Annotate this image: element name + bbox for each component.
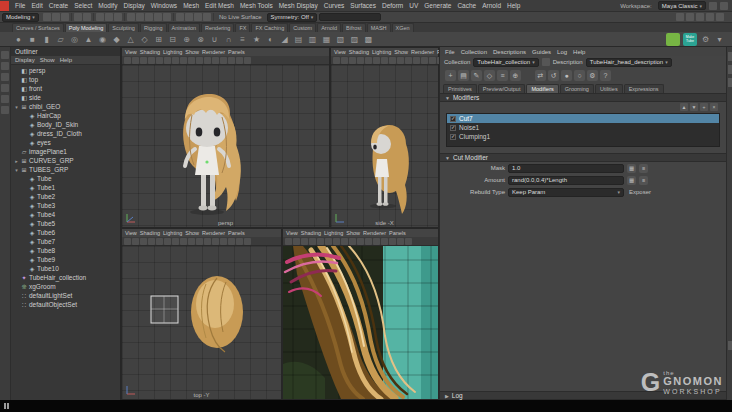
extract-icon[interactable]: ▧ <box>334 33 347 46</box>
menu-select[interactable]: Select <box>71 2 95 9</box>
poly-plane-icon[interactable]: ▱ <box>54 33 67 46</box>
undo-icon[interactable] <box>74 13 82 21</box>
modeling-toolkit-toggle-icon[interactable] <box>676 13 684 21</box>
viewport-closeup[interactable]: ViewShadingLightingShowRendererPanels <box>282 228 439 400</box>
expression-button[interactable]: ≡ <box>639 164 648 173</box>
outliner-item-tube7[interactable]: ◈Tube7 <box>11 237 120 246</box>
outliner-item-tube2[interactable]: ◈Tube2 <box>11 192 120 201</box>
xgen-menu-guides[interactable]: Guides <box>532 49 551 55</box>
snap-grid-icon[interactable] <box>127 13 135 21</box>
viewport-tool-icon[interactable] <box>220 57 227 64</box>
shelf-gear-icon[interactable]: ⚙ <box>699 33 712 46</box>
poly-cube-icon[interactable]: ■ <box>26 33 39 46</box>
shelf-tab-animation[interactable]: Animation <box>168 23 200 32</box>
xgen-tab-primitives[interactable]: Primitives <box>443 84 477 93</box>
outliner-item-xggroom[interactable]: ❊xgGroom <box>11 282 120 291</box>
add-modifier-icon[interactable]: + <box>700 103 708 111</box>
poly-disc-icon[interactable]: ◉ <box>96 33 109 46</box>
combine-icon[interactable]: ▥ <box>306 33 319 46</box>
outliner-menu-help[interactable]: Help <box>60 57 72 63</box>
xgen-tab-grooming[interactable]: Grooming <box>560 84 594 93</box>
symmetry-dropdown[interactable]: Symmetry: Off ▾ <box>267 13 318 22</box>
panel-handle-icon[interactable] <box>728 341 732 350</box>
outliner-item-top[interactable]: ◧top <box>11 75 120 84</box>
open-scene-icon[interactable] <box>52 13 60 21</box>
viewport-tool-icon[interactable] <box>124 57 131 64</box>
xgen-menu-help[interactable]: Help <box>573 49 585 55</box>
modifier-item-cut7[interactable]: ✓Cut7 <box>447 114 719 123</box>
viewport-tool-icon[interactable] <box>140 238 147 245</box>
outliner-item-tube1[interactable]: ◈Tube1 <box>11 183 120 192</box>
separate-icon[interactable]: ▦ <box>320 33 333 46</box>
rebuild-type-dropdown[interactable]: Keep Param▾ <box>508 188 624 197</box>
modifier-item-noise1[interactable]: ✓Noise1 <box>447 123 719 132</box>
xgen-menu-collection[interactable]: Collection <box>461 49 487 55</box>
viewport-menu-lighting[interactable]: Lighting <box>324 230 343 236</box>
scale-tool-icon[interactable] <box>1 106 9 114</box>
viewport-tool-icon[interactable] <box>132 57 139 64</box>
xgen-tab-expressions[interactable]: Expressions <box>624 84 664 93</box>
viewport-menu-lighting[interactable]: Lighting <box>163 230 182 236</box>
render-settings-icon[interactable] <box>203 13 211 21</box>
outliner-item-tube8[interactable]: ◈Tube8 <box>11 246 120 255</box>
viewport-side[interactable]: ViewShadingLightingShowRendererPanels si… <box>330 47 439 228</box>
xgen-help-icon[interactable]: ? <box>600 70 611 81</box>
poly-torus-icon[interactable]: ◎ <box>68 33 81 46</box>
bevel-icon[interactable]: ▨ <box>348 33 361 46</box>
shelf-tab-sculpting[interactable]: Sculpting <box>108 23 139 32</box>
viewport-tool-icon[interactable] <box>405 57 412 64</box>
extrude-icon[interactable]: ▩ <box>362 33 375 46</box>
menu-surfaces[interactable]: Surfaces <box>347 2 379 9</box>
viewport-tool-icon[interactable] <box>180 238 187 245</box>
render-icon[interactable] <box>185 13 193 21</box>
make-tube-shelf-button[interactable]: Make Tube <box>683 33 697 46</box>
viewport-tool-icon[interactable] <box>325 238 332 245</box>
xgen-menu-file[interactable]: File <box>445 49 455 55</box>
viewport-tool-icon[interactable] <box>132 238 139 245</box>
menu-curves[interactable]: Curves <box>321 2 348 9</box>
expression-button[interactable]: ≡ <box>639 176 648 185</box>
outliner-item-tube6[interactable]: ◈Tube6 <box>11 228 120 237</box>
outliner-item-dress-id-cloth[interactable]: ◈dress_ID_Cloth <box>11 129 120 138</box>
poly-gear-icon[interactable]: ⊕ <box>180 33 193 46</box>
menu-deform[interactable]: Deform <box>379 2 406 9</box>
select-object-icon[interactable] <box>105 13 113 21</box>
viewport-menu-renderer[interactable]: Renderer <box>411 49 434 55</box>
viewport-persp[interactable]: ViewShadingLightingShowRendererPanels <box>121 47 330 228</box>
menu-edit[interactable]: Edit <box>28 2 45 9</box>
make-live-icon[interactable] <box>163 13 171 21</box>
shelf-tab-xgen[interactable]: XGen <box>392 23 414 32</box>
outliner-item-haircap[interactable]: ◈HairCap <box>11 111 120 120</box>
snap-plane-icon[interactable] <box>154 13 162 21</box>
shelf-tab-curves-surfaces[interactable]: Curves / Surfaces <box>12 23 64 32</box>
viewport-tool-icon[interactable] <box>421 57 428 64</box>
viewport-menu-view[interactable]: View <box>286 230 298 236</box>
menu-create[interactable]: Create <box>46 2 72 9</box>
attribute-editor-toggle-icon[interactable] <box>696 13 704 21</box>
modifier-list[interactable]: ✓Cut7✓Noise1✓Clumping1 <box>446 113 720 147</box>
tool-settings-tab-icon[interactable] <box>728 65 732 74</box>
construction-history-icon[interactable] <box>176 13 184 21</box>
viewport-menu-shading[interactable]: Shading <box>140 49 160 55</box>
outliner-item-tubes-grp[interactable]: ▾⊞TUBES_GRP <box>11 165 120 174</box>
menu-mesh[interactable]: Mesh <box>180 2 202 9</box>
viewport-tool-icon[interactable] <box>341 238 348 245</box>
place-guides-icon[interactable]: ✎ <box>471 70 482 81</box>
outliner-item-defaultlightset[interactable]: ∷defaultLightSet <box>11 291 120 300</box>
viewport-tool-icon[interactable] <box>413 57 420 64</box>
viewport-menu-show[interactable]: Show <box>346 230 360 236</box>
collection-dropdown[interactable]: TubeHair_collection ▾ <box>473 58 538 67</box>
spherical-harmonics-icon[interactable]: ∩ <box>222 33 235 46</box>
hypershade-toggle-icon[interactable] <box>686 13 694 21</box>
viewport-menu-view[interactable]: View <box>125 230 137 236</box>
move-up-icon[interactable]: ▲ <box>680 103 688 111</box>
outliner-item-tube9[interactable]: ◈Tube9 <box>11 255 120 264</box>
shelf-tab-poly-modeling[interactable]: Poly Modeling <box>65 23 108 32</box>
attribute-editor-tab-icon[interactable] <box>728 52 732 61</box>
outliner-item-chibi-geo[interactable]: ▾⊞chibi_GEO <box>11 102 120 111</box>
menu-generate[interactable]: Generate <box>421 2 454 9</box>
viewport-tool-icon[interactable] <box>349 57 356 64</box>
outliner-item-front[interactable]: ◧front <box>11 84 120 93</box>
viewport-tool-icon[interactable] <box>204 57 211 64</box>
channel-box-tab-icon[interactable] <box>728 78 732 87</box>
